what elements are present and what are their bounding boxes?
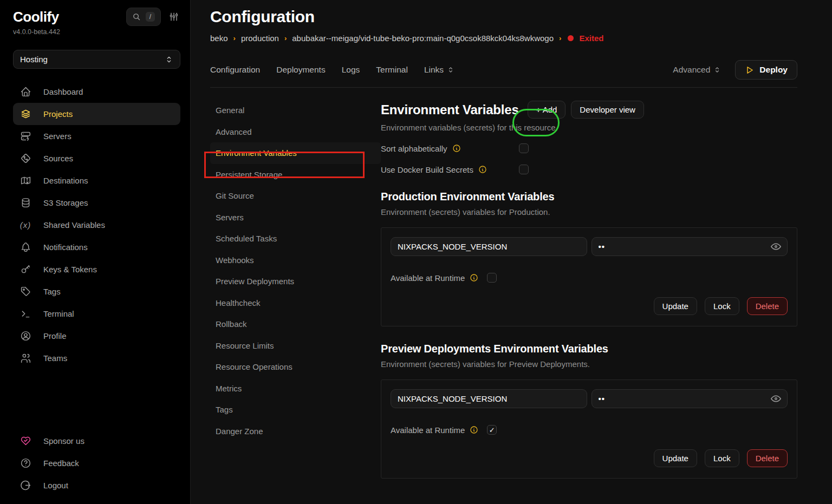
docker-build-secrets-row: Use Docker Build Secrets [381,165,797,174]
subnav-item-git-source[interactable]: Git Source [210,185,381,207]
info-icon[interactable] [470,273,478,282]
env-name-input[interactable] [391,389,587,408]
subnav-item-tags[interactable]: Tags [210,399,381,421]
sidebar-item-label: Teams [43,354,67,363]
tab-logs[interactable]: Logs [342,65,360,75]
sidebar-item-label: Sources [43,154,73,163]
subnav-item-servers[interactable]: Servers [210,207,381,228]
heart-icon [20,435,31,447]
add-button[interactable]: + Add [528,101,566,119]
available-at-runtime-label: Available at Runtime [391,426,465,435]
production-section-title: Production Environment Variables [381,191,797,203]
subnav-item-scheduled-tasks[interactable]: Scheduled Tasks [210,228,381,250]
sidebar-item-dashboard[interactable]: Dashboard [13,81,180,103]
status-dot [568,35,574,41]
search-button[interactable]: / [126,8,161,26]
update-button[interactable]: Update [654,297,697,315]
tab-links[interactable]: Links [424,65,454,75]
sidebar-item-tags[interactable]: Tags [13,280,180,303]
sidebar-item-label: Profile [43,331,67,341]
sidebar-item-servers[interactable]: Servers [13,125,180,147]
sidebar-item-label: Dashboard [43,87,83,96]
sidebar-item-destinations[interactable]: Destinations [13,169,180,192]
sidebar-item-s3-storages[interactable]: S3 Storages [13,192,180,214]
sidebar-item-label: S3 Storages [43,198,88,207]
sort-alphabetically-row: Sort alphabetically [381,143,797,153]
subnav-item-danger-zone[interactable]: Danger Zone [210,421,381,442]
sidebar-item-keys-tokens[interactable]: Keys & Tokens [13,258,180,280]
layers-icon [20,108,31,120]
delete-button[interactable]: Delete [747,297,788,315]
chevron-right-icon: › [559,34,561,42]
subnav-item-rollback[interactable]: Rollback [210,313,381,335]
env-value-input[interactable] [592,389,788,408]
subnav-item-healthcheck[interactable]: Healthcheck [210,292,381,314]
tab-configuration[interactable]: Configuration [210,65,260,75]
sidebar-item-sources[interactable]: Sources [13,147,180,169]
sidebar-item-teams[interactable]: Teams [13,347,180,369]
subnav-item-preview-deployments[interactable]: Preview Deployments [210,271,381,292]
lock-button[interactable]: Lock [705,297,739,315]
available-at-runtime-checkbox[interactable] [487,425,497,435]
users-icon [20,352,31,364]
main-area: Configuration beko › production › abubak… [191,0,832,504]
search-shortcut-key: / [146,12,155,22]
sidebar-nav: Dashboard Projects Servers Sources Desti… [13,81,180,369]
available-at-runtime-label: Available at Runtime [391,273,465,283]
available-at-runtime-checkbox[interactable] [487,273,497,283]
server-icon [20,130,31,142]
tab-links-label: Links [424,65,444,75]
eye-icon[interactable] [770,393,782,404]
team-select[interactable]: Hosting [13,50,180,69]
subnav-item-metrics[interactable]: Metrics [210,378,381,400]
sidebar-item-feedback[interactable]: Feedback [13,452,180,474]
eye-icon[interactable] [770,241,782,252]
info-icon[interactable] [452,144,461,153]
info-icon[interactable] [470,426,478,434]
subnav-item-resource-limits[interactable]: Resource Limits [210,335,381,357]
sliders-icon [168,11,179,22]
deploy-button[interactable]: Deploy [735,60,797,80]
breadcrumb-team[interactable]: beko [210,34,228,43]
preview-section-title: Preview Deployments Environment Variable… [381,343,797,355]
sidebar-item-label: Destinations [43,176,88,185]
subnav-item-general[interactable]: General [210,100,381,121]
advanced-select[interactable]: Advanced [673,65,721,75]
sidebar-item-notifications[interactable]: Notifications [13,236,180,258]
filter-button[interactable] [167,10,180,23]
subnav-item-resource-operations[interactable]: Resource Operations [210,356,381,378]
sidebar-item-shared-variables[interactable]: (x) Shared Variables [13,214,180,236]
breadcrumb-resource[interactable]: abubakar--meigag/vid-tube-beko-pro:main-… [292,34,554,43]
docker-build-secrets-checkbox[interactable] [519,165,529,174]
tab-deployments[interactable]: Deployments [276,65,325,75]
sidebar-item-label: Servers [43,132,72,141]
breadcrumb-environment[interactable]: production [241,34,279,43]
sidebar-item-logout[interactable]: Logout [13,474,180,496]
deploy-button-label: Deploy [759,65,788,75]
env-value-input[interactable] [592,237,788,256]
subnav-item-webhooks[interactable]: Webhooks [210,250,381,271]
available-at-runtime-row: Available at Runtime [391,273,788,283]
git-icon [20,153,31,164]
tab-terminal[interactable]: Terminal [376,65,408,75]
team-select-value: Hosting [20,55,48,64]
subnav-item-advanced[interactable]: Advanced [210,121,381,143]
sort-alphabetically-checkbox[interactable] [519,143,529,153]
sidebar-item-sponsor-us[interactable]: Sponsor us [13,430,180,452]
delete-button[interactable]: Delete [747,449,788,467]
sidebar-item-projects[interactable]: Projects [13,103,180,125]
sidebar-item-terminal[interactable]: Terminal [13,303,180,325]
subnav-item-environment-variables[interactable]: Environment Variables [210,142,381,164]
developer-view-button[interactable]: Developer view [571,101,644,119]
env-name-input[interactable] [391,237,587,256]
sidebar-item-profile[interactable]: Profile [13,325,180,347]
info-icon[interactable] [478,165,487,174]
database-icon [20,197,31,208]
lock-button[interactable]: Lock [705,449,739,467]
settings-subnav: General Advanced Environment Variables P… [210,100,381,479]
play-icon [745,66,754,75]
update-button[interactable]: Update [654,449,697,467]
sidebar: Coolify / v4.0.0-beta.442 Hosting Dashbo… [0,0,191,504]
subnav-item-persistent-storage[interactable]: Persistent Storage [210,164,381,186]
key-icon [20,264,31,275]
